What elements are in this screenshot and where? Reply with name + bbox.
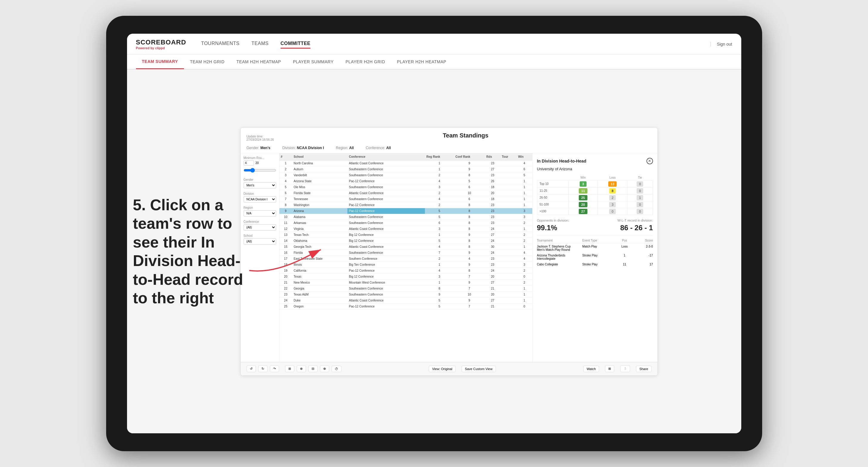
table-row[interactable]: 13 Texas Tech Big 12 Conference 1 9 27 2 [279, 232, 532, 238]
table-row[interactable]: 10 Alabama Southeastern Conference 5 8 2… [279, 214, 532, 220]
table-row[interactable]: 11 Arkansas Southeastern Conference 6 8 … [279, 220, 532, 226]
table-row[interactable]: 6 Florida State Atlantic Coast Conferenc… [279, 190, 532, 196]
h2h-win: 3 [568, 180, 598, 187]
options-button[interactable]: ⋮ [620, 365, 630, 372]
table-row[interactable]: 5 Ole Miss Southeastern Conference 3 6 1… [279, 184, 532, 190]
cell-conf-rank: 9 [454, 297, 485, 303]
cell-conference: Big 12 Conference [347, 274, 425, 279]
panel-title: Team Standings [280, 132, 651, 139]
undo-button[interactable]: ↺ [247, 365, 256, 372]
cell-reg-rank: 3 [425, 184, 454, 190]
table-row[interactable]: 1 North Carolina Atlantic Coast Conferen… [279, 160, 532, 166]
conference-select[interactable]: (All) [244, 224, 276, 230]
tool-btn-clock[interactable]: ⏱ [332, 366, 341, 372]
division-select[interactable]: NCAA Division I [244, 196, 276, 203]
cell-rds: 27 [485, 279, 500, 285]
gender-select[interactable]: Men's [244, 182, 276, 188]
table-row[interactable]: 23 Texas A&M Southeastern Conference 9 1… [279, 291, 532, 297]
cell-rds: 27 [485, 166, 500, 172]
watch-button[interactable]: Watch [583, 366, 599, 372]
cell-conf-rank: 8 [454, 202, 485, 208]
logo-title: SCOREBOARD [136, 38, 186, 46]
tab-player-h2h-grid[interactable]: PLAYER H2H GRID [340, 55, 391, 69]
cell-conference: Southeastern Conference [347, 184, 425, 190]
cell-reg-rank: 5 [425, 214, 454, 220]
cell-rank: 12 [279, 226, 292, 232]
cell-reg-rank: 8 [425, 285, 454, 291]
nav-tournaments[interactable]: TOURNAMENTS [201, 39, 240, 49]
col-rds: Rds [485, 153, 500, 160]
table-row[interactable]: 3 Vanderbilt Southeastern Conference 2 8… [279, 172, 532, 178]
top-nav: SCOREBOARD Powered by clippd TOURNAMENTS… [127, 34, 741, 55]
view-original-button[interactable]: View: Original [429, 366, 456, 372]
tab-team-summary[interactable]: TEAM SUMMARY [136, 55, 184, 69]
logo-area: SCOREBOARD Powered by clippd [136, 38, 186, 50]
tool-btn-1[interactable]: ⊞ [285, 365, 294, 372]
cell-rds: 21 [485, 285, 500, 291]
h2h-panel: In Division Head-to-Head ✕ University of… [532, 153, 657, 362]
tool-btn-3[interactable]: ⊟ [308, 365, 317, 372]
cell-rank: 7 [279, 196, 292, 202]
tablet-frame: SCOREBOARD Powered by clippd TOURNAMENTS… [106, 16, 762, 451]
cell-reg-rank: 5 [425, 303, 454, 309]
cell-tour [500, 160, 517, 166]
tab-team-h2h-heatmap[interactable]: TEAM H2H HEATMAP [230, 55, 287, 69]
layout-button[interactable]: ⊞ [605, 365, 614, 372]
nav-teams[interactable]: TEAMS [251, 39, 269, 49]
tool-btn-4[interactable]: ⊕ [320, 365, 329, 372]
col-win: Win [517, 153, 532, 160]
cell-win: 2 [517, 238, 532, 244]
h2h-header: In Division Head-to-Head ✕ [537, 158, 653, 164]
save-custom-view-button[interactable]: Save Custom View [462, 366, 496, 372]
h2h-range: 26-50 [537, 194, 568, 201]
table-row[interactable]: 8 Washington Pac-12 Conference 2 8 23 1 [279, 202, 532, 208]
redo-button[interactable]: ↷ [270, 365, 279, 372]
cell-conference: Big 12 Conference [347, 238, 425, 244]
table-row[interactable]: 7 Tennessee Southeastern Conference 4 6 … [279, 196, 532, 202]
cell-win: 1 [517, 285, 532, 291]
tourn-type: Stroke Play [582, 263, 614, 266]
nav-committee[interactable]: COMMITTEE [281, 39, 311, 49]
tab-team-h2h-grid[interactable]: TEAM H2H GRID [184, 55, 230, 69]
region-label: Region [244, 206, 276, 209]
school-label: School [244, 234, 276, 238]
tab-player-summary[interactable]: PLAYER SUMMARY [287, 55, 339, 69]
region-select[interactable]: N/A [244, 210, 276, 217]
cell-rds: 23 [485, 255, 500, 261]
standings-table: # School Conference Reg Rank Conf Rank R… [279, 153, 532, 310]
cell-tour [500, 279, 517, 285]
min-rou-slider[interactable] [244, 167, 276, 174]
share-button[interactable]: Share [636, 366, 651, 372]
cell-reg-rank: 1 [425, 261, 454, 268]
table-row[interactable]: 9 Arizona Pac-12 Conference 5 8 23 3 [279, 208, 532, 214]
cell-rds: 24 [485, 250, 500, 255]
cell-school: Washington [292, 202, 347, 208]
table-row[interactable]: 2 Auburn Southeastern Conference 1 9 27 … [279, 166, 532, 172]
table-row[interactable]: 24 Duke Atlantic Coast Conference 5 9 27… [279, 297, 532, 303]
tool-btn-2[interactable]: ⊕ [297, 365, 306, 372]
tournament-header-row: Tournament Event Type Pos Score [537, 239, 653, 243]
cell-rank: 10 [279, 214, 292, 220]
opponents-row: Opponents in division: W-L-T record in d… [537, 219, 653, 222]
min-rou-input[interactable] [244, 160, 254, 165]
h2h-win: 25 [568, 194, 598, 201]
h2h-table-row: 26-50 25 2 1 [537, 194, 653, 201]
cell-rds: 26 [485, 178, 500, 184]
table-row[interactable]: 25 Oregon Pac-12 Conference 5 7 21 0 [279, 303, 532, 309]
tab-player-h2h-heatmap[interactable]: PLAYER H2H HEATMAP [391, 55, 452, 69]
table-row[interactable]: 4 Arizona State Pac-12 Conference 4 5 26… [279, 178, 532, 184]
sign-out-button[interactable]: Sign out [711, 42, 732, 46]
table-row[interactable]: 21 New Mexico Mountain West Conference 1… [279, 279, 532, 285]
undo2-button[interactable]: ↻ [258, 365, 268, 372]
cell-rds: 24 [485, 238, 500, 244]
filter-group-conference: Conference (All) [244, 220, 276, 230]
table-row[interactable]: 22 Georgia Southeastern Conference 8 7 2… [279, 285, 532, 291]
cell-tour [500, 190, 517, 196]
toolbar-tools-group: ⊞ ⊕ ⊟ ⊕ ⏱ [285, 365, 341, 372]
h2h-table-header-row: Win Loss Tie [537, 175, 653, 181]
table-row[interactable]: 12 Virginia Atlantic Coast Conference 3 … [279, 226, 532, 232]
cell-conference: Pac-12 Conference [347, 178, 425, 184]
h2h-close-button[interactable]: ✕ [647, 158, 653, 164]
tourn-pos: 1 [617, 254, 632, 257]
cell-tour [500, 178, 517, 184]
